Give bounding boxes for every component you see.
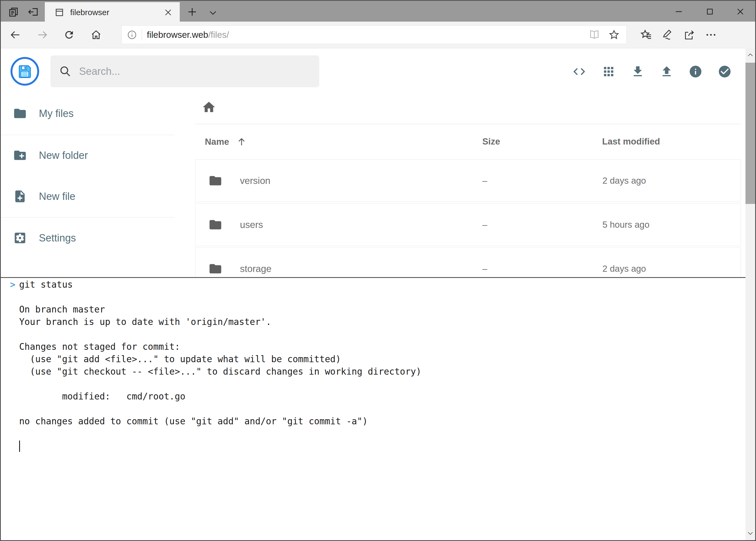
info-icon[interactable]	[688, 65, 702, 79]
terminal-output: On branch master Your branch is up to da…	[19, 291, 750, 427]
file-modified: 5 hours ago	[603, 220, 649, 230]
terminal-cursor	[19, 440, 20, 452]
tab-title: filebrowser	[70, 8, 163, 17]
sidebar-divider	[1, 217, 174, 218]
sidebar-item-new-folder[interactable]: New folder	[13, 147, 164, 164]
search-icon	[59, 65, 72, 78]
tab-bar: filebrowser	[1, 0, 755, 22]
browser-tab[interactable]: filebrowser	[45, 2, 180, 22]
refresh-icon[interactable]	[64, 29, 75, 41]
page-scrollbar[interactable]	[745, 48, 755, 540]
terminal-command: git status	[19, 279, 73, 290]
favorite-star-icon[interactable]	[608, 29, 620, 41]
file-modified: 2 days ago	[603, 264, 646, 274]
search-input[interactable]: Search...	[51, 55, 319, 87]
sidebar-item-my-files[interactable]: My files	[13, 105, 164, 122]
file-row-users[interactable]: users – 5 hours ago	[195, 204, 741, 246]
file-name: users	[240, 219, 263, 230]
set-tabs-aside-icon[interactable]	[28, 6, 39, 18]
file-list: version – 2 days ago users – 5 hours ago…	[195, 159, 741, 291]
column-header-name[interactable]: Name	[205, 136, 247, 147]
browser-home-icon[interactable]	[91, 29, 102, 41]
check-circle-icon[interactable]	[718, 65, 732, 79]
minimize-button[interactable]	[665, 5, 692, 19]
sort-ascending-icon	[236, 136, 247, 147]
sidebar-item-label: New file	[39, 191, 75, 202]
folder-icon	[208, 218, 222, 232]
site-info-icon[interactable]	[126, 29, 137, 40]
page-favicon-icon	[55, 8, 64, 17]
browser-window: filebrowser	[0, 0, 756, 541]
folder-icon	[208, 174, 222, 188]
address-bar[interactable]: filebrowser.web/files/	[122, 25, 627, 44]
terminal-prompt: >	[10, 278, 15, 291]
tab-close-icon[interactable]	[163, 8, 173, 17]
folder-icon	[208, 262, 222, 276]
scrollbar-thumb[interactable]	[745, 63, 755, 204]
file-row-version[interactable]: version – 2 days ago	[195, 159, 741, 202]
file-size: –	[482, 264, 487, 274]
favorites-hub-icon[interactable]	[640, 29, 652, 41]
code-icon[interactable]	[572, 65, 586, 79]
search-placeholder: Search...	[79, 66, 120, 77]
folder-icon	[13, 106, 27, 121]
column-header-modified[interactable]: Last modified	[602, 136, 660, 147]
file-name: storage	[240, 264, 272, 274]
maximize-button[interactable]	[696, 5, 723, 19]
upload-icon[interactable]	[660, 65, 674, 79]
tab-preview-icon[interactable]	[8, 6, 19, 18]
terminal-panel[interactable]: > git status On branch master Your branc…	[1, 277, 755, 540]
tab-list-chevron-icon[interactable]	[208, 8, 219, 19]
column-header-size[interactable]: Size	[482, 136, 500, 147]
settings-dots-icon[interactable]	[705, 29, 717, 41]
close-button[interactable]	[727, 5, 754, 19]
gear-icon	[13, 231, 27, 245]
sidebar-item-new-file[interactable]: New file	[13, 188, 164, 205]
reading-view-icon	[589, 29, 600, 41]
scroll-up-icon[interactable]	[747, 51, 754, 59]
terminal-command-line: > git status	[19, 278, 750, 291]
filebrowser-logo[interactable]	[11, 57, 39, 86]
file-name: version	[240, 175, 270, 186]
web-note-pen-icon[interactable]	[661, 29, 673, 41]
new-tab-icon[interactable]	[186, 6, 198, 18]
file-size: –	[482, 176, 487, 186]
share-icon[interactable]	[683, 29, 695, 41]
folder-plus-icon	[13, 148, 27, 162]
sidebar-item-label: My files	[39, 108, 74, 119]
file-plus-icon	[13, 189, 27, 204]
scroll-down-icon[interactable]	[747, 529, 754, 537]
forward-icon	[37, 29, 48, 41]
listing-divider	[195, 124, 741, 124]
grid-view-icon[interactable]	[602, 65, 616, 79]
back-icon[interactable]	[9, 29, 21, 41]
breadcrumb-home-icon[interactable]	[202, 100, 216, 115]
download-icon[interactable]	[631, 65, 645, 79]
url-text[interactable]: filebrowser.web/files/	[147, 30, 589, 40]
file-modified: 2 days ago	[603, 176, 646, 186]
file-size: –	[482, 220, 487, 230]
sidebar-item-settings[interactable]: Settings	[13, 229, 164, 247]
navigation-bar: filebrowser.web/files/	[1, 22, 755, 48]
sidebar-item-label: Settings	[39, 232, 76, 244]
sidebar-item-label: New folder	[39, 150, 88, 161]
